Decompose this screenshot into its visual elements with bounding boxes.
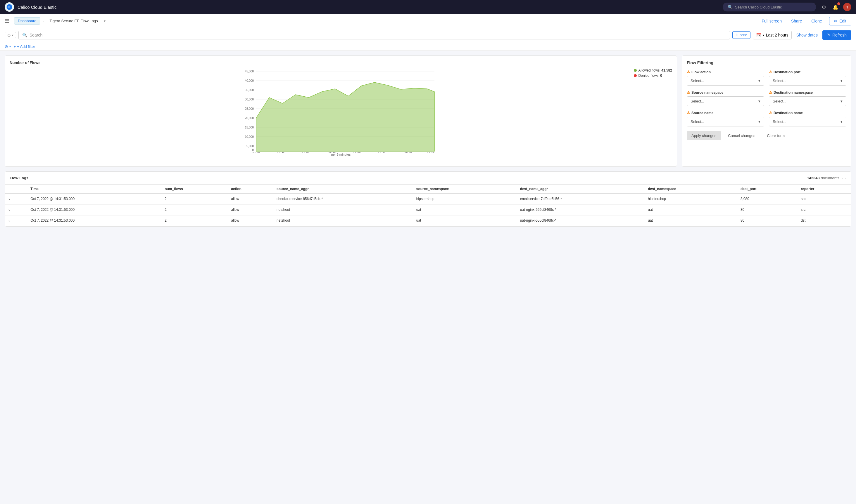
cancel-changes-button[interactable]: Cancel changes	[723, 131, 760, 140]
cell-reporter: src	[797, 194, 851, 205]
cell-dest-port: 8,080	[737, 194, 797, 205]
search-input[interactable]	[30, 33, 726, 37]
table-row: › Oct 7, 2022 @ 14:31:53.000 2 allow che…	[5, 194, 851, 205]
flow-logs-header: Flow Logs 142343 documents ⋯	[5, 172, 851, 184]
fullscreen-button[interactable]: Full screen	[759, 18, 784, 24]
svg-text:16:00: 16:00	[404, 152, 412, 153]
edit-button[interactable]: ✏ Edit	[829, 17, 851, 25]
svg-text:30,000: 30,000	[245, 98, 254, 101]
svg-text:15,000: 15,000	[245, 126, 254, 129]
lucene-button[interactable]: Lucene	[732, 31, 750, 39]
flow-logs-table: Time num_flows action source_name_aggr s…	[5, 184, 851, 226]
clear-form-button[interactable]: Clear form	[763, 131, 790, 140]
cell-dest-port: 80	[737, 205, 797, 216]
global-search-placeholder: Search Calico Cloud Elastic	[735, 5, 782, 10]
breadcrumb-separator: ›	[43, 19, 44, 23]
breadcrumb-chevron[interactable]: ▾	[104, 19, 105, 23]
denied-legend: Denied flows 0	[634, 74, 672, 78]
cell-source-name: netshoot	[273, 205, 413, 216]
dest-ns-chevron: ▾	[840, 99, 842, 103]
show-dates-button[interactable]: Show dates	[794, 32, 820, 38]
cell-source-name: checkoutservice-856d7d5cb-*	[273, 194, 413, 205]
filter-grid: ⚠ Flow action Select... ▾ ⚠ Destination …	[687, 70, 846, 126]
denied-dot	[634, 74, 637, 77]
allowed-dot	[634, 69, 637, 72]
cell-dest-ns: hipstershop	[644, 194, 737, 205]
cell-reporter: src	[797, 205, 851, 216]
refresh-label: Refresh	[832, 33, 846, 37]
filter-chip-icon: ⊙	[5, 44, 8, 49]
row-expand-button[interactable]: ›	[8, 197, 10, 201]
col-source-name: source_name_aggr	[273, 184, 413, 194]
add-filter-row: ⊙ − + + Add filter	[0, 42, 856, 51]
flow-action-select[interactable]: Select... ▾	[687, 76, 764, 86]
svg-text:15:30: 15:30	[353, 152, 360, 153]
dest-port-field: ⚠ Destination port Select... ▾	[769, 70, 846, 86]
source-ns-text: Source namespace	[691, 91, 723, 95]
dest-port-label: ⚠ Destination port	[769, 70, 846, 74]
dest-port-select[interactable]: Select... ▾	[769, 76, 846, 86]
add-filter-button[interactable]: + + Add filter	[14, 44, 35, 49]
col-num-flows: num_flows	[161, 184, 227, 194]
dest-port-text: Destination port	[773, 70, 801, 74]
calendar-icon: 📅	[756, 33, 761, 37]
svg-text:14:45: 14:45	[277, 152, 285, 153]
table-row: › Oct 7, 2022 @ 14:31:53.000 2 allow net…	[5, 216, 851, 226]
row-expand-button[interactable]: ›	[8, 208, 10, 212]
cell-dest-name: uat-nginx-555cf8468c-*	[517, 216, 644, 226]
svg-text:25,000: 25,000	[245, 107, 254, 110]
cell-dest-ns: uat	[644, 216, 737, 226]
apply-changes-button[interactable]: Apply changes	[687, 131, 721, 140]
hamburger-menu[interactable]: ☰	[5, 18, 10, 24]
dest-port-value: Select...	[773, 78, 786, 83]
source-name-value: Select...	[690, 120, 704, 124]
dest-name-select[interactable]: Select... ▾	[769, 117, 846, 126]
dest-namespace-select[interactable]: Select... ▾	[769, 96, 846, 106]
user-avatar[interactable]: T	[843, 3, 851, 11]
share-button[interactable]: Share	[789, 18, 804, 24]
row-expand-button[interactable]: ›	[8, 218, 10, 223]
svg-text:10,000: 10,000	[245, 135, 254, 139]
dest-port-chevron: ▾	[840, 78, 842, 83]
settings-icon[interactable]: ⚙	[820, 3, 828, 11]
filter-type-selector[interactable]: ⊙ ▾	[5, 32, 16, 38]
col-time: Time	[27, 184, 161, 194]
allowed-legend: Allowed flows 41,582	[634, 68, 672, 72]
cell-num-flows: 2	[161, 205, 227, 216]
app-title: Calico Cloud Elastic	[18, 5, 719, 10]
source-name-select[interactable]: Select... ▾	[687, 117, 764, 126]
table-options-button[interactable]: ⋯	[842, 175, 846, 181]
col-source-ns: source_namespace	[413, 184, 517, 194]
notification-icon[interactable]: 🔔	[832, 3, 840, 11]
top-nav: C Calico Cloud Elastic 🔍 Search Calico C…	[0, 0, 856, 14]
cell-num-flows: 2	[161, 194, 227, 205]
clone-button[interactable]: Clone	[809, 18, 824, 24]
global-search-bar[interactable]: 🔍 Search Calico Cloud Elastic	[723, 3, 816, 12]
search-input-wrap[interactable]: 🔍	[18, 31, 730, 39]
dest-port-warning-icon: ⚠	[769, 70, 772, 74]
flow-panel-title: Flow Filtering	[687, 60, 846, 65]
document-count: 142343	[807, 176, 820, 180]
source-name-text: Source name	[691, 111, 713, 115]
dest-ns-text: Destination namespace	[773, 91, 813, 95]
dest-ns-warning-icon: ⚠	[769, 90, 772, 95]
edit-icon: ✏	[834, 19, 838, 23]
breadcrumb-dashboard[interactable]: Dashboard	[14, 17, 40, 24]
source-name-chevron: ▾	[758, 120, 760, 124]
col-dest-ns: dest_namespace	[644, 184, 737, 194]
time-picker-button[interactable]: 📅 ▾ Last 2 hours	[753, 31, 792, 39]
breadcrumb-actions: Full screen Share Clone ✏ Edit	[759, 17, 851, 25]
refresh-icon: ↻	[827, 33, 831, 37]
flow-action-field: ⚠ Flow action Select... ▾	[687, 70, 764, 86]
cell-dest-name: emailservice-7df9dd6b56-*	[517, 194, 644, 205]
svg-text:0: 0	[252, 148, 254, 151]
flow-logs-count: 142343 documents	[807, 176, 839, 180]
source-namespace-select[interactable]: Select... ▾	[687, 96, 764, 106]
refresh-button[interactable]: ↻ Refresh	[822, 30, 851, 40]
svg-text:45,000: 45,000	[245, 70, 254, 73]
svg-text:15:00: 15:00	[302, 152, 309, 153]
cell-source-ns: uat	[413, 205, 517, 216]
table-row: › Oct 7, 2022 @ 14:31:53.000 2 allow net…	[5, 205, 851, 216]
plus-icon: +	[14, 44, 16, 49]
dest-name-text: Destination name	[773, 111, 803, 115]
